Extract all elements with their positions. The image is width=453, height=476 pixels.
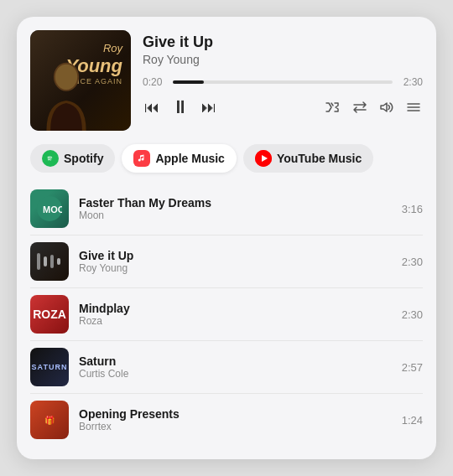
time-total: 2:30 — [399, 76, 423, 88]
track-meta-2: Give it Up Roy Young — [79, 249, 386, 274]
tab-apple-music-label: Apple Music — [155, 152, 224, 165]
tab-spotify[interactable]: Spotify — [30, 144, 115, 173]
repeat-button[interactable] — [351, 101, 369, 113]
progress-bar[interactable] — [173, 80, 393, 84]
svg-text:MOON: MOON — [43, 204, 62, 215]
pause-button[interactable]: ⏸ — [169, 96, 191, 118]
now-playing-section: Roy Young Once Again Give it Up Roy Youn… — [30, 30, 423, 131]
track-thumb-3: ROZA — [30, 295, 69, 334]
track-thumb-1: MOON — [30, 189, 69, 228]
track-thumb-4: SATURN — [30, 348, 69, 386]
forward-button[interactable]: ⏭ — [200, 99, 218, 116]
progress-row: 0:20 2:30 — [143, 76, 423, 88]
rewind-button[interactable]: ⏮ — [143, 99, 161, 116]
track-list: MOON Faster Than My Dreams Moon 3:16 Giv… — [30, 183, 423, 446]
service-tabs: Spotify Apple Music YouTube Music — [30, 144, 423, 173]
progress-bar-fill — [173, 80, 204, 84]
tab-youtube-music[interactable]: YouTube Music — [243, 144, 373, 173]
track-meta-5: Opening Presents Borrtex — [79, 407, 386, 432]
shuffle-button[interactable] — [324, 101, 342, 113]
svg-point-1 — [55, 65, 77, 90]
track-artist: Roy Young — [143, 53, 423, 66]
person-silhouette-icon — [37, 60, 96, 131]
svg-rect-11 — [37, 253, 40, 270]
track-thumb-2 — [30, 242, 69, 281]
track-meta-3: Mindplay Roza — [79, 302, 386, 327]
track-meta-1: Faster Than My Dreams Moon — [79, 196, 386, 221]
time-current: 0:20 — [143, 76, 166, 88]
tab-spotify-label: Spotify — [64, 152, 103, 165]
album-art: Roy Young Once Again — [30, 30, 131, 131]
track-meta-4: Saturn Curtis Cole — [79, 354, 386, 380]
track-row[interactable]: ROZA Mindplay Roza 2:30 — [30, 288, 423, 341]
track-row[interactable]: 🎁 Opening Presents Borrtex 1:24 — [30, 394, 423, 446]
youtube-music-icon — [255, 150, 272, 167]
track-row[interactable]: Give it Up Roy Young 2:30 — [30, 235, 423, 288]
track-info: Give it Up Roy Young 0:20 2:30 ⏮ ⏸ ⏭ — [143, 30, 423, 118]
tab-youtube-music-label: YouTube Music — [277, 152, 362, 165]
svg-rect-12 — [44, 256, 47, 266]
apple-music-icon — [133, 150, 150, 167]
track-thumb-5: 🎁 — [30, 401, 69, 439]
controls-row: ⏮ ⏸ ⏭ — [143, 96, 423, 118]
track-title: Give it Up — [143, 34, 423, 51]
svg-rect-13 — [50, 255, 54, 268]
music-player-card: Roy Young Once Again Give it Up Roy Youn… — [17, 17, 436, 459]
tab-apple-music[interactable]: Apple Music — [122, 144, 236, 173]
volume-button[interactable] — [378, 101, 396, 113]
list-button[interactable] — [404, 101, 423, 113]
album-roy: Roy — [65, 42, 122, 55]
svg-rect-14 — [57, 258, 60, 265]
track-row[interactable]: SATURN Saturn Curtis Cole 2:57 — [30, 341, 423, 394]
spotify-icon — [42, 150, 59, 167]
track-row[interactable]: MOON Faster Than My Dreams Moon 3:16 — [30, 183, 423, 235]
